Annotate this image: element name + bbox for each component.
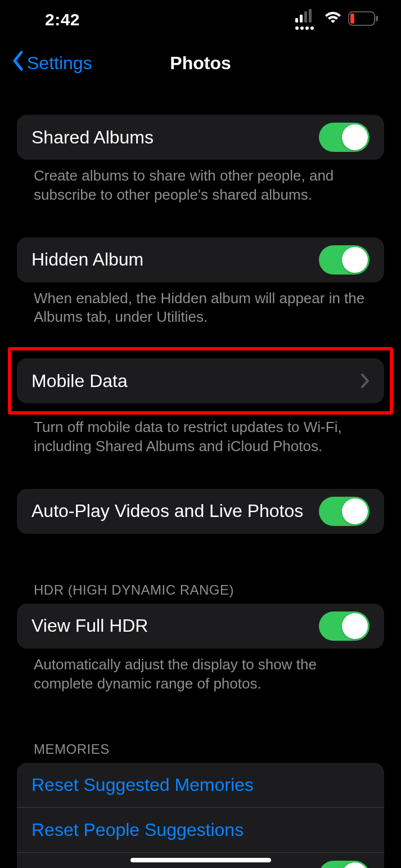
autoplay-row[interactable]: Auto-Play Videos and Live Photos xyxy=(17,489,384,534)
svg-point-7 xyxy=(300,26,304,30)
view-full-hdr-row[interactable]: View Full HDR xyxy=(17,604,384,649)
memories-section-header: MEMORIES xyxy=(17,741,384,763)
view-full-hdr-label: View Full HDR xyxy=(31,615,148,636)
status-bar: 2:42 xyxy=(0,0,401,39)
back-label: Settings xyxy=(27,53,92,74)
svg-rect-0 xyxy=(295,18,298,23)
chevron-right-icon xyxy=(361,373,370,389)
mobile-data-label: Mobile Data xyxy=(31,371,128,392)
settings-content: Shared Albums Create albums to share wit… xyxy=(0,115,401,868)
shared-albums-toggle[interactable] xyxy=(319,123,370,152)
autoplay-toggle[interactable] xyxy=(319,497,370,526)
hdr-footer: Automatically adjust the display to show… xyxy=(17,649,384,694)
mobile-data-row[interactable]: Mobile Data xyxy=(17,358,384,403)
svg-point-9 xyxy=(310,26,314,30)
svg-rect-12 xyxy=(350,14,354,24)
memories-group: Reset Suggested Memories Reset People Su… xyxy=(17,763,384,868)
hidden-album-footer: When enabled, the Hidden album will appe… xyxy=(17,282,384,327)
reset-suggested-memories-row[interactable]: Reset Suggested Memories xyxy=(17,763,384,808)
mobile-data-highlight: Mobile Data xyxy=(8,347,393,415)
hdr-section-header: HDR (HIGH DYNAMIC RANGE) xyxy=(17,582,384,604)
svg-rect-1 xyxy=(300,15,303,23)
mobile-data-footer: Turn off mobile data to restrict updates… xyxy=(17,415,384,456)
hidden-album-label: Hidden Album xyxy=(31,249,143,270)
show-holiday-events-label: Show Holiday Events xyxy=(31,865,201,868)
show-holiday-events-toggle[interactable] xyxy=(319,861,370,868)
svg-point-8 xyxy=(305,26,309,30)
svg-rect-11 xyxy=(376,16,378,21)
svg-rect-3 xyxy=(309,9,312,23)
svg-point-6 xyxy=(295,26,299,30)
battery-low-icon xyxy=(348,11,379,28)
svg-rect-2 xyxy=(304,11,307,23)
hidden-album-toggle[interactable] xyxy=(319,245,370,275)
status-icons xyxy=(295,9,379,30)
nav-header: Settings Photos xyxy=(0,39,401,87)
reset-people-suggestions-label: Reset People Suggestions xyxy=(31,820,244,840)
dual-sim-signal-icon xyxy=(295,9,318,30)
chevron-left-icon xyxy=(11,50,25,76)
shared-albums-footer: Create albums to share with other people… xyxy=(17,160,384,205)
reset-people-suggestions-row[interactable]: Reset People Suggestions xyxy=(17,808,384,853)
shared-albums-row[interactable]: Shared Albums xyxy=(17,115,384,160)
page-title: Photos xyxy=(170,53,231,74)
back-button[interactable]: Settings xyxy=(11,50,92,76)
hidden-album-row[interactable]: Hidden Album xyxy=(17,237,384,282)
status-time: 2:42 xyxy=(45,10,80,29)
reset-suggested-memories-label: Reset Suggested Memories xyxy=(31,775,254,795)
view-full-hdr-toggle[interactable] xyxy=(319,611,370,641)
shared-albums-label: Shared Albums xyxy=(31,127,154,148)
wifi-icon xyxy=(323,12,343,28)
home-indicator[interactable] xyxy=(130,858,271,862)
autoplay-label: Auto-Play Videos and Live Photos xyxy=(31,501,303,521)
